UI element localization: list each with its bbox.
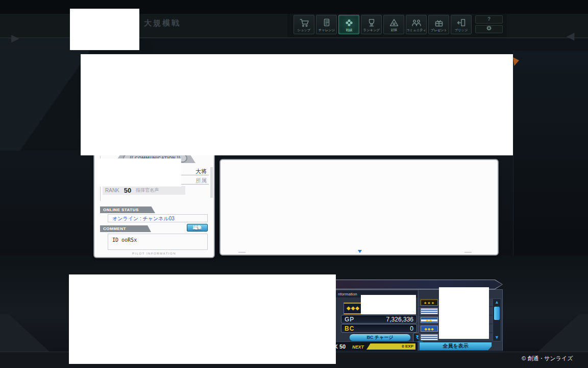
next-label: NEXT bbox=[352, 344, 364, 350]
bc-value: 0 bbox=[410, 325, 413, 332]
flower-icon bbox=[343, 18, 355, 28]
rank-insignia-stripes bbox=[421, 308, 438, 314]
nav-bridge-button[interactable]: ブリッジ bbox=[451, 15, 472, 34]
comment-text: ID ooRSx bbox=[108, 234, 208, 250]
cart-icon bbox=[298, 18, 310, 28]
online-status-header: ONLINE STATUS bbox=[100, 206, 155, 213]
scroll-down-icon[interactable]: ▼ bbox=[493, 334, 501, 341]
nav-label: 部隊 bbox=[390, 28, 397, 33]
online-status-value: オンライン : チャンネル03 bbox=[108, 214, 208, 222]
nav-label: 戦績 bbox=[346, 28, 352, 33]
nav-squad-button[interactable]: 部隊 bbox=[383, 15, 404, 34]
panel-notch bbox=[238, 252, 246, 252]
nav-label: コミュニティ bbox=[406, 28, 426, 33]
people-icon bbox=[410, 18, 423, 28]
redaction-box bbox=[361, 295, 416, 314]
nav-label: チャレンジ bbox=[318, 28, 334, 33]
redaction-box bbox=[70, 9, 139, 50]
redaction-box bbox=[439, 287, 489, 339]
rank-insignia-three-gold-diamonds: ◆◆◆ bbox=[421, 326, 438, 332]
nav-battle-record-button[interactable]: 戦績 bbox=[338, 15, 359, 34]
rank-value: 50 bbox=[124, 187, 131, 194]
rank-progress-strip: K 50 NEXT 0 EXP bbox=[329, 341, 418, 351]
bc-charge-button[interactable]: BC チャージ bbox=[349, 334, 411, 341]
document-icon bbox=[321, 18, 333, 28]
member-list-scrollbar[interactable]: ▲ ▼ bbox=[493, 298, 501, 341]
nav-label: ショップ bbox=[298, 28, 311, 33]
bc-row: BC 0 bbox=[341, 324, 417, 333]
exp-progress-bar: 0 EXP bbox=[366, 343, 415, 350]
redaction-box bbox=[69, 274, 336, 364]
redaction-box bbox=[81, 54, 513, 155]
scroll-up-icon[interactable]: ▲ bbox=[493, 299, 501, 306]
gear-icon bbox=[485, 25, 493, 34]
comment-header: COMMENT bbox=[100, 225, 151, 232]
rank-row: RANK 50 指揮官名声 bbox=[103, 186, 185, 195]
rank-label: RANK bbox=[105, 188, 119, 193]
panel-notch bbox=[464, 252, 472, 252]
panel-side-decoration bbox=[210, 167, 213, 198]
scroll-down-indicator-icon bbox=[358, 250, 362, 253]
rank-insignia-two-gold-diamonds: ◆◆ bbox=[421, 317, 438, 323]
panel-footer-label: PILOT INFORMATION bbox=[94, 252, 214, 255]
nav-label: ブリッジ bbox=[455, 28, 468, 33]
rank-insignia-three-gold-stars: ★★★ bbox=[421, 300, 438, 306]
left-page-arrow-icon: ▶ bbox=[11, 32, 19, 44]
trophy-icon bbox=[365, 18, 378, 28]
player-rank-insignia: ◆◆◆ bbox=[344, 303, 363, 314]
squad-icon bbox=[388, 18, 400, 28]
rank-caption: 指揮官名声 bbox=[136, 187, 159, 194]
gp-value: 7,326,336 bbox=[386, 316, 413, 323]
nav-community-button[interactable]: コミュニティ bbox=[406, 15, 427, 34]
redaction-box bbox=[97, 158, 181, 187]
nav-challenge-button[interactable]: チャレンジ bbox=[316, 15, 337, 34]
show-all-members-button[interactable]: 全員を表示 bbox=[419, 342, 492, 351]
nav-shop-button[interactable]: ショップ bbox=[293, 15, 314, 34]
scrollbar-thumb[interactable] bbox=[494, 307, 500, 320]
rank-insignia-stripes bbox=[421, 334, 438, 340]
gp-label: GP bbox=[345, 316, 354, 323]
nav-label: プレゼント bbox=[430, 28, 447, 33]
bc-label: BC bbox=[345, 325, 354, 332]
nav-label: ランキング bbox=[363, 28, 379, 33]
right-page-arrow-icon: ◀ bbox=[567, 30, 574, 42]
copyright-text: © 創通・サンライズ bbox=[522, 355, 573, 362]
nav-present-button[interactable]: プレゼント bbox=[428, 15, 449, 34]
screen-title: 大規模戦 bbox=[144, 18, 181, 28]
edit-comment-button[interactable]: 編集 bbox=[187, 224, 208, 232]
status-panel-bottom-trim bbox=[333, 351, 503, 353]
help-button[interactable]: ? bbox=[475, 15, 503, 24]
nav-ranking-button[interactable]: ランキング bbox=[361, 15, 382, 34]
communication-detail-panel bbox=[219, 159, 499, 256]
gp-row: GP 7,326,336 bbox=[341, 315, 417, 324]
gift-icon bbox=[433, 18, 445, 28]
settings-button[interactable] bbox=[475, 25, 503, 33]
top-navigation: ショップ チャレンジ 戦績 ランキング 部隊 コミュニティ プレゼント ブリッ bbox=[293, 15, 473, 34]
door-icon bbox=[455, 18, 468, 28]
background-beam bbox=[513, 51, 588, 286]
